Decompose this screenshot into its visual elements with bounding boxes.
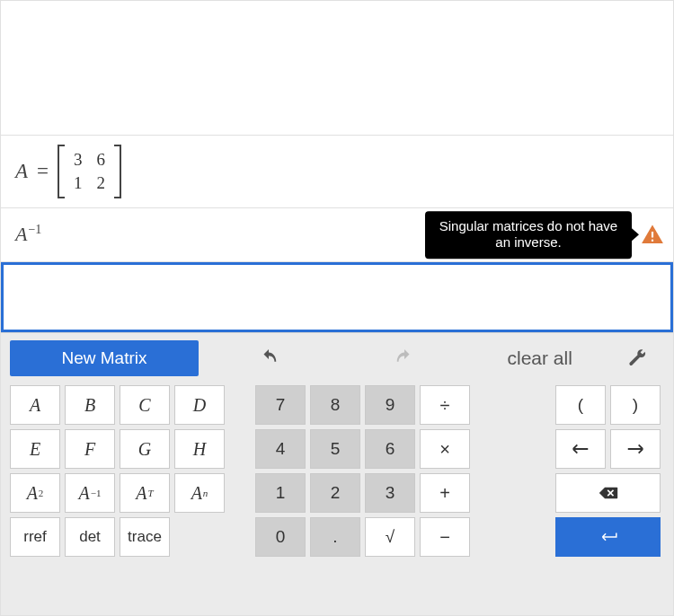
key-minus[interactable]: −: [420, 517, 470, 557]
key-A-squared[interactable]: A2: [10, 473, 60, 513]
undo-button[interactable]: [204, 340, 334, 376]
keys-row: A B C D E F G H A2 A−1 AT An rref det tr…: [10, 385, 664, 557]
key-H[interactable]: H: [174, 429, 225, 469]
key-A-transpose[interactable]: AT: [120, 473, 170, 513]
svg-rect-0: [652, 232, 653, 238]
matrix-cell: 2: [97, 173, 106, 193]
numpad-group: 7 8 9 ÷ 4 5 6 × 1 2 3 + 0 . √ −: [255, 385, 470, 557]
display-blank: [1, 1, 673, 136]
key-trace[interactable]: trace: [120, 517, 170, 557]
matrix-cell: 6: [97, 150, 106, 170]
undo-icon: [257, 348, 280, 368]
keypad: New Matrix clear all A B C D E F G H: [1, 332, 673, 615]
key-sqrt[interactable]: √: [365, 517, 415, 557]
arrow-left-icon: [571, 442, 590, 456]
key-D[interactable]: D: [174, 385, 225, 425]
key-rref[interactable]: rref: [10, 517, 60, 557]
display-definition-row[interactable]: A = 3 6 1 2: [1, 136, 673, 208]
key-1[interactable]: 1: [255, 473, 306, 513]
expression: A−1: [15, 223, 41, 246]
warning-icon[interactable]: [641, 224, 664, 247]
equals-sign: =: [37, 160, 49, 183]
key-right-arrow[interactable]: [610, 429, 661, 469]
keypad-toolbar: New Matrix clear all: [10, 340, 664, 376]
key-C[interactable]: C: [120, 385, 170, 425]
matrix-cell: 1: [74, 173, 83, 193]
arrow-right-icon: [625, 442, 645, 456]
key-7[interactable]: 7: [255, 385, 306, 425]
key-rparen[interactable]: ): [610, 385, 661, 425]
matrix-cell: 3: [74, 150, 83, 170]
key-0[interactable]: 0: [255, 517, 306, 557]
letters-group: A B C D E F G H A2 A−1 AT An rref det tr…: [10, 385, 225, 557]
key-lparen[interactable]: (: [555, 385, 606, 425]
key-G[interactable]: G: [120, 429, 170, 469]
display-area: A = 3 6 1 2 A−1: [1, 1, 673, 332]
matrix-literal: 3 6 1 2: [58, 145, 121, 198]
key-dot[interactable]: .: [310, 517, 360, 557]
key-det[interactable]: det: [65, 517, 115, 557]
key-A[interactable]: A: [10, 385, 60, 425]
new-matrix-button[interactable]: New Matrix: [10, 340, 199, 376]
right-group: ( ): [555, 385, 661, 557]
key-B[interactable]: B: [65, 385, 115, 425]
redo-button[interactable]: [340, 340, 470, 376]
svg-rect-1: [652, 240, 653, 242]
key-6[interactable]: 6: [365, 429, 415, 469]
enter-icon: [599, 530, 618, 544]
error-indicator: Singular matrices do not have an inverse…: [425, 211, 664, 260]
key-E[interactable]: E: [10, 429, 60, 469]
display-expression-row[interactable]: A−1 Singular matrices do not have an inv…: [1, 208, 673, 262]
key-A-power-n[interactable]: An: [174, 473, 225, 513]
key-A-inverse[interactable]: A−1: [65, 473, 115, 513]
key-4[interactable]: 4: [255, 429, 306, 469]
key-F[interactable]: F: [65, 429, 115, 469]
bracket-right: [114, 145, 121, 198]
wrench-icon: [625, 348, 649, 368]
matrix-calculator: A = 3 6 1 2 A−1: [0, 0, 674, 616]
matrix-var: A: [15, 160, 28, 183]
redo-icon: [393, 348, 416, 368]
error-tooltip: Singular matrices do not have an inverse…: [425, 211, 632, 260]
key-5[interactable]: 5: [310, 429, 360, 469]
expr-exponent: −1: [28, 223, 41, 236]
matrix-definition: A = 3 6 1 2: [15, 145, 121, 198]
backspace-icon: [599, 486, 618, 500]
key-9[interactable]: 9: [365, 385, 415, 425]
clear-all-button[interactable]: clear all: [474, 340, 605, 376]
key-enter[interactable]: [555, 517, 661, 557]
matrix-cells: 3 6 1 2: [65, 145, 114, 198]
key-3[interactable]: 3: [365, 473, 415, 513]
key-2[interactable]: 2: [310, 473, 360, 513]
key-divide[interactable]: ÷: [420, 385, 470, 425]
key-left-arrow[interactable]: [555, 429, 606, 469]
key-plus[interactable]: +: [420, 473, 470, 513]
key-8[interactable]: 8: [310, 385, 360, 425]
input-row[interactable]: [1, 262, 673, 332]
settings-button[interactable]: [610, 340, 664, 376]
key-multiply[interactable]: ×: [420, 429, 470, 469]
bracket-left: [58, 145, 65, 198]
expr-base: A: [15, 224, 27, 246]
key-backspace[interactable]: [555, 473, 661, 513]
